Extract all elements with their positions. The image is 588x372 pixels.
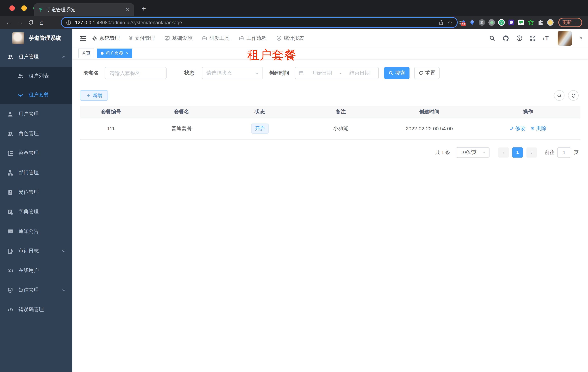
goto-page-input[interactable]: [557, 147, 571, 157]
tab-favicon-plant-icon: [38, 7, 43, 12]
new-tab-button[interactable]: +: [139, 5, 148, 12]
add-label: 新增: [93, 92, 102, 99]
yen-icon: ¥: [129, 35, 133, 42]
col-remark: 备注: [298, 106, 383, 118]
site-info-icon[interactable]: [66, 20, 71, 25]
sidebar-item-departments[interactable]: 部门管理: [0, 163, 73, 182]
user-avatar[interactable]: [557, 31, 572, 45]
table-toolbar: ＋ 新增: [80, 90, 580, 101]
extension-green-dot-icon[interactable]: [488, 19, 495, 26]
svg-text:T: T: [545, 35, 548, 41]
sidebar-item-roles[interactable]: 角色管理: [0, 124, 73, 143]
extension-gem-icon[interactable]: [469, 19, 475, 26]
col-package-id: 套餐编号: [80, 106, 142, 118]
sidebar-item-error-codes[interactable]: 错误码管理: [0, 300, 73, 319]
home-button[interactable]: ⌂: [36, 19, 47, 26]
sidebar-item-label: 租户列表: [29, 73, 66, 79]
status-badge: 开启: [251, 124, 268, 134]
extensions-puzzle-icon[interactable]: [537, 19, 544, 26]
tag-home[interactable]: 首页: [78, 49, 94, 58]
url-text[interactable]: 127.0.0.1:48080/admin-ui/system/tenant/p…: [75, 20, 435, 25]
fullscreen-icon[interactable]: [530, 35, 536, 41]
sidebar-item-tenant-list[interactable]: 租户列表: [0, 67, 73, 85]
delete-link[interactable]: 删除: [530, 125, 546, 132]
edit-link[interactable]: 修改: [509, 125, 525, 132]
sidebar-item-online-users[interactable]: 在线用户: [0, 261, 73, 280]
package-name-input[interactable]: [105, 67, 166, 79]
date-range-picker[interactable]: 开始日期 - 结束日期: [295, 67, 379, 79]
page-size-select[interactable]: 10条/页: [456, 147, 490, 157]
browser-tab[interactable]: 芋道管理系统 ✕: [34, 3, 134, 16]
extension-command-icon[interactable]: ⌘: [479, 19, 485, 26]
tag-close-icon[interactable]: ×: [126, 51, 128, 56]
sidebar-item-posts[interactable]: 岗位管理: [0, 182, 73, 202]
dictionary-icon: [7, 209, 13, 215]
extension-star-icon[interactable]: [527, 19, 534, 26]
top-nav-reports[interactable]: 统计报表: [276, 35, 304, 42]
extension-tab-manager-icon[interactable]: 10: [459, 19, 466, 26]
tab-close-icon[interactable]: ✕: [126, 6, 130, 13]
search-icon[interactable]: [489, 35, 495, 41]
top-nav-payment[interactable]: ¥ 支付管理: [129, 35, 155, 42]
org-chart-icon: [7, 170, 13, 176]
browser-toolbar: ← → ⌂ 127.0.0.1:48080/admin-ui/system/te…: [0, 16, 588, 29]
dashboard-icon: [276, 35, 282, 41]
sidebar-item-label: 租户套餐: [29, 92, 66, 98]
pagination: 共 1 条 10条/页 ‹ 1 › 前往 页: [80, 147, 580, 157]
refresh-table-button[interactable]: [568, 90, 578, 101]
tag-tenant-package[interactable]: 租户套餐 ×: [97, 49, 132, 58]
sidebar-group-tenant[interactable]: 租户管理: [0, 47, 73, 67]
top-nav-devtools[interactable]: 研发工具: [202, 35, 230, 42]
reload-button[interactable]: [25, 20, 36, 25]
sidebar-item-menus[interactable]: 菜单管理: [0, 143, 73, 163]
sidebar-item-notice[interactable]: 通知公告: [0, 222, 73, 241]
sidebar-fold-icon[interactable]: [80, 35, 86, 41]
bookmark-star-icon[interactable]: ☆: [447, 19, 452, 26]
search-button[interactable]: 搜索: [384, 67, 410, 79]
sidebar-logo[interactable]: 芋道管理系统: [0, 29, 73, 47]
profile-avatar-icon[interactable]: [547, 19, 554, 26]
sidebar-item-label: 错误码管理: [19, 307, 66, 313]
help-icon[interactable]: [516, 35, 523, 41]
user-icon: [7, 111, 13, 117]
extension-shield-icon[interactable]: [508, 19, 514, 26]
top-nav: 系统管理 ¥ 支付管理 基础设施: [92, 35, 304, 42]
window-minimize-button[interactable]: [21, 5, 27, 11]
sidebar-item-users[interactable]: 用户管理: [0, 104, 73, 124]
extension-chat-icon[interactable]: [518, 19, 524, 26]
top-nav-workflow[interactable]: 工作流程: [239, 35, 267, 42]
top-nav-system[interactable]: 系统管理: [92, 35, 120, 42]
svg-text:t: t: [543, 37, 544, 41]
avatar-caret-down-icon[interactable]: ▼: [579, 36, 583, 40]
browser-menu-icon[interactable]: ⋮: [574, 20, 578, 25]
next-page-button[interactable]: ›: [526, 147, 537, 157]
back-button[interactable]: ←: [4, 19, 14, 26]
chevron-up-icon: [62, 55, 66, 59]
share-icon[interactable]: [438, 20, 444, 25]
sidebar-item-tenant-package[interactable]: 租户套餐: [0, 85, 73, 104]
reset-button[interactable]: 重置: [414, 67, 440, 79]
browser-update-button[interactable]: 更新 ⋮: [558, 18, 582, 27]
sidebar-item-sms[interactable]: 短信管理: [0, 280, 73, 300]
sidebar-item-dict[interactable]: 字典管理: [0, 202, 73, 222]
current-page-button[interactable]: 1: [512, 147, 523, 157]
search-label: 搜索: [395, 70, 405, 76]
sidebar-item-label: 通知公告: [19, 228, 66, 235]
prev-page-button[interactable]: ‹: [498, 147, 509, 157]
top-nav-infra[interactable]: 基础设施: [164, 35, 192, 42]
font-size-icon[interactable]: t T: [543, 35, 550, 41]
address-bar[interactable]: 127.0.0.1:48080/admin-ui/system/tenant/p…: [61, 17, 458, 28]
cell-package-name: 普通套餐: [142, 118, 221, 139]
status-filter-label: 状态: [184, 70, 194, 76]
cell-package-id: 111: [80, 118, 142, 139]
cell-created-at: 2022-02-22 00:54:00: [383, 118, 475, 139]
logo-rabbit-image: [12, 32, 24, 44]
show-search-toggle-button[interactable]: [554, 90, 565, 101]
sidebar-item-audit-log[interactable]: 审计日志: [0, 241, 73, 261]
github-icon[interactable]: [503, 35, 509, 42]
forward-button[interactable]: →: [14, 19, 25, 26]
add-button[interactable]: ＋ 新增: [80, 90, 108, 101]
extension-vue-devtools-icon[interactable]: V: [498, 19, 505, 26]
status-select[interactable]: 请选择状态: [202, 67, 263, 79]
window-close-button[interactable]: [10, 5, 15, 11]
